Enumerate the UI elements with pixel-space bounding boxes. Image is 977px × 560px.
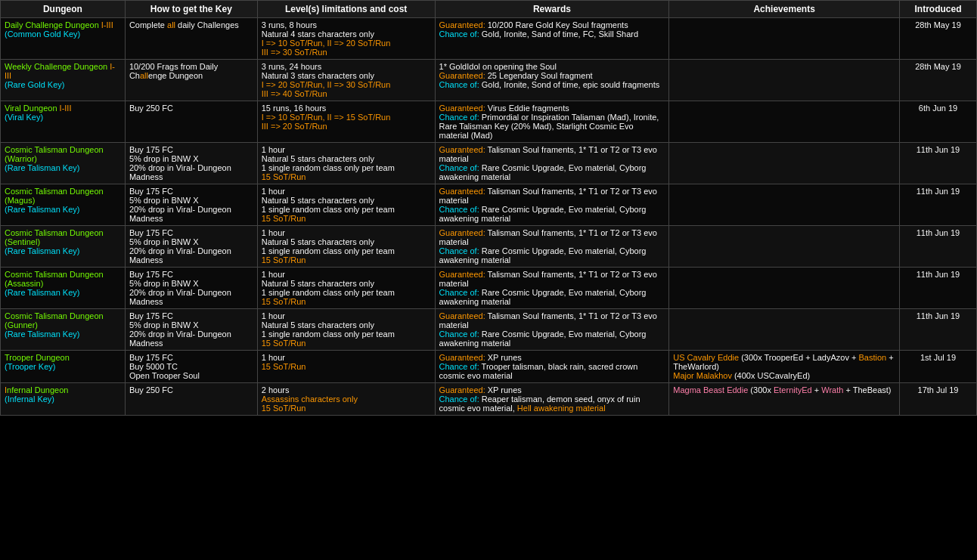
key-info-line: 5% drop in BNW X: [129, 279, 253, 288]
level-line: III => 40 SoT/Run: [262, 89, 431, 98]
dungeon-key: (Common Gold Key): [5, 29, 121, 39]
dungeon-cell: Weekly Challenge Dungeon I-III(Rare Gold…: [1, 60, 126, 101]
key-info-line: Open Trooper Soul: [129, 371, 253, 380]
level-line: 1 hour: [262, 270, 431, 279]
key-info-line: 5% drop in BNW X: [129, 237, 253, 246]
dungeon-key: (Rare Gold Key): [5, 80, 121, 89]
dungeon-name: Viral Dungeon I-III: [5, 104, 121, 113]
table-row: Infernal Dungeon(Infernal Key)Buy 250 FC…: [1, 383, 977, 416]
reward-line: Chance of: Trooper talisman, black rain,…: [439, 362, 665, 380]
dungeon-key: (Rare Talisman Key): [5, 163, 121, 172]
reward-line: Chance of: Rare Cosmic Upgrade, Evo mate…: [439, 330, 665, 348]
dungeon-key: (Infernal Key): [5, 394, 121, 404]
dungeon-name: Daily Challenge Dungeon I-III: [5, 20, 121, 29]
reward-line: Chance of: Rare Cosmic Upgrade, Evo mate…: [439, 163, 665, 181]
dungeon-name: Cosmic Talisman Dungeon (Warrior): [5, 145, 121, 163]
header-rewards: Rewards: [435, 1, 669, 18]
level-line: Natural 5 stars characters only: [262, 320, 431, 330]
key-info-cell: Buy 175 FC5% drop in BNW X20% drop in Vi…: [125, 184, 257, 226]
table-row: Cosmic Talisman Dungeon (Sentinel)(Rare …: [1, 226, 977, 268]
key-info-line: 20% drop in Viral- Dungeon Madness: [129, 163, 253, 181]
reward-line: Guaranteed: Virus Eddie fragments: [439, 104, 665, 113]
key-info-cell: Buy 175 FC5% drop in BNW X20% drop in Vi…: [125, 309, 257, 351]
level-line: Assassins characters only: [262, 394, 431, 404]
key-info-line: Buy 250 FC: [129, 104, 253, 113]
rewards-cell: Guaranteed: 10/200 Rare Gold Key Soul fr…: [435, 18, 669, 60]
level-line: Natural 5 stars characters only: [262, 237, 431, 246]
key-info-cell: Buy 250 FC: [125, 383, 257, 416]
dungeon-table: Dungeon How to get the Key Level(s) limi…: [0, 0, 977, 416]
achievements-cell: [669, 268, 900, 309]
level-line: 15 SoT/Run: [262, 404, 431, 413]
table-row: Viral Dungeon I-III(Viral Key)Buy 250 FC…: [1, 101, 977, 143]
dungeon-cell: Daily Challenge Dungeon I-III(Common Gol…: [1, 18, 126, 60]
level-line: Natural 5 stars characters only: [262, 279, 431, 288]
header-introduced: Introduced: [900, 1, 977, 18]
rewards-cell: 1* GoldIdol on opening the SoulGuarantee…: [435, 60, 669, 101]
key-info-cell: Buy 250 FC: [125, 101, 257, 143]
reward-line: Chance of: Reaper talisman, demon seed, …: [439, 394, 665, 413]
level-line: 15 SoT/Run: [262, 339, 431, 348]
introduced-cell: 28th May 19: [900, 60, 977, 101]
key-info-cell: Buy 175 FC5% drop in BNW X20% drop in Vi…: [125, 268, 257, 309]
achievement-line: Major Malakhov (400x USCavalryEd): [673, 371, 895, 380]
dungeon-key: (Rare Talisman Key): [5, 205, 121, 214]
rewards-cell: Guaranteed: Virus Eddie fragmentsChance …: [435, 101, 669, 143]
level-line: III => 30 SoT/Run: [262, 48, 431, 57]
key-info-line: 20% drop in Viral- Dungeon Madness: [129, 246, 253, 265]
reward-line: Guaranteed: Talisman Soul framents, 1* T…: [439, 311, 665, 330]
dungeon-name: Cosmic Talisman Dungeon (Sentinel): [5, 228, 121, 246]
table-row: Cosmic Talisman Dungeon (Warrior)(Rare T…: [1, 143, 977, 184]
level-line: 3 runs, 8 hours: [262, 20, 431, 29]
achievements-cell: [669, 18, 900, 60]
reward-line: Chance of: Rare Cosmic Upgrade, Evo mate…: [439, 288, 665, 306]
level-cell: 1 hourNatural 5 stars characters only1 s…: [257, 268, 435, 309]
rewards-cell: Guaranteed: Talisman Soul framents, 1* T…: [435, 143, 669, 184]
rewards-cell: Guaranteed: Talisman Soul framents, 1* T…: [435, 268, 669, 309]
dungeon-key: (Viral Key): [5, 113, 121, 122]
key-info-line: Buy 175 FC: [129, 187, 253, 196]
table-row: Cosmic Talisman Dungeon (Gunner)(Rare Ta…: [1, 309, 977, 351]
dungeon-cell: Cosmic Talisman Dungeon (Assassin)(Rare …: [1, 268, 126, 309]
achievement-line: Magma Beast Eddie (300x EternityEd + Wra…: [673, 385, 895, 394]
dungeon-key: (Rare Talisman Key): [5, 246, 121, 255]
key-info-line: 5% drop in BNW X: [129, 154, 253, 163]
rewards-cell: Guaranteed: Talisman Soul framents, 1* T…: [435, 226, 669, 268]
key-info-cell: Complete all daily Challenges: [125, 18, 257, 60]
level-line: Natural 3 stars characters only: [262, 71, 431, 80]
level-cell: 3 runs, 8 hoursNatural 4 stars character…: [257, 18, 435, 60]
introduced-cell: 11th Jun 19: [900, 184, 977, 226]
level-line: 1 single random class only per team: [262, 288, 431, 297]
level-cell: 1 hourNatural 5 stars characters only1 s…: [257, 143, 435, 184]
rewards-cell: Guaranteed: XP runesChance of: Reaper ta…: [435, 383, 669, 416]
achievements-cell: [669, 143, 900, 184]
level-line: 15 SoT/Run: [262, 297, 431, 306]
reward-line: Chance of: Gold, Ironite, Sond of time, …: [439, 80, 665, 89]
header-level: Level(s) limitations and cost: [257, 1, 435, 18]
key-info-line: 20% drop in Viral- Dungeon Madness: [129, 330, 253, 348]
key-info-line: Buy 175 FC: [129, 228, 253, 237]
reward-line: Guaranteed: XP runes: [439, 353, 665, 362]
introduced-cell: 6th Jun 19: [900, 101, 977, 143]
introduced-cell: 11th Jun 19: [900, 268, 977, 309]
dungeon-cell: Cosmic Talisman Dungeon (Magus)(Rare Tal…: [1, 184, 126, 226]
header-dungeon: Dungeon: [1, 1, 126, 18]
header-key: How to get the Key: [125, 1, 257, 18]
reward-line: Chance of: Rare Cosmic Upgrade, Evo mate…: [439, 205, 665, 223]
dungeon-name: Infernal Dungeon: [5, 385, 121, 394]
level-line: 15 SoT/Run: [262, 172, 431, 181]
level-line: 1 single random class only per team: [262, 205, 431, 214]
level-line: Natural 5 stars characters only: [262, 196, 431, 205]
introduced-cell: 17th Jul 19: [900, 383, 977, 416]
key-info-line: 10/200 Frags from Daily Challenge Dungeo…: [129, 62, 253, 80]
level-line: 1 hour: [262, 145, 431, 154]
table-row: Daily Challenge Dungeon I-III(Common Gol…: [1, 18, 977, 60]
level-line: 1 hour: [262, 228, 431, 237]
level-line: I => 20 SoT/Run, II => 30 SoT/Run: [262, 80, 431, 89]
level-line: 1 hour: [262, 353, 431, 362]
achievements-cell: [669, 309, 900, 351]
table-row: Trooper Dungeon(Trooper Key)Buy 175 FCBu…: [1, 351, 977, 383]
achievement-line: US Cavalry Eddie (300x TrooperEd + LadyA…: [673, 353, 895, 371]
level-line: 3 runs, 24 hours: [262, 62, 431, 71]
reward-line: Guaranteed: XP runes: [439, 385, 665, 394]
